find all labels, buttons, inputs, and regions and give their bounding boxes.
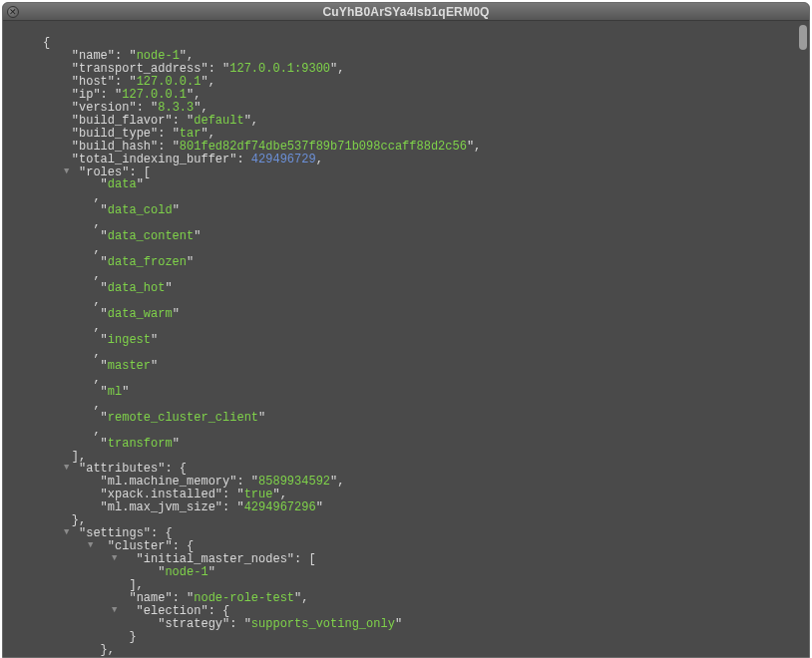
collapse-toggle-icon[interactable]: ▼ (112, 554, 117, 564)
json-line: "ingest" (43, 334, 789, 347)
json-line: "strategy": "supports_voting_only" (43, 618, 789, 631)
json-line: ▼ "roles": [ (43, 166, 789, 179)
json-line: , (43, 347, 789, 360)
collapse-toggle-icon[interactable]: ▼ (64, 528, 69, 538)
json-line: "data" (43, 178, 789, 191)
json-line: "build_flavor": "default", (43, 115, 789, 128)
json-line: "total_indexing_buffer": 429496729, (43, 154, 789, 166)
json-line: } (43, 631, 789, 644)
json-line: "data_hot" (43, 282, 789, 295)
json-line: "data_warm" (43, 308, 789, 321)
json-line: }, (43, 644, 789, 657)
json-line: "data_frozen" (43, 256, 789, 269)
json-line: "ml" (43, 386, 789, 399)
titlebar[interactable]: ✕ CuYhB0ArSYa4lsb1qERM0Q (3, 3, 809, 21)
collapse-toggle-icon[interactable]: ▼ (64, 167, 69, 177)
json-line: "ip": "127.0.0.1", (43, 89, 789, 102)
json-line: , (43, 321, 789, 334)
json-line: "node-1" (43, 566, 789, 579)
close-icon: ✕ (9, 8, 17, 17)
json-viewer-window: ✕ CuYhB0ArSYa4lsb1qERM0Q { "name": "node… (2, 2, 810, 658)
collapse-toggle-icon[interactable]: ▼ (64, 464, 69, 474)
close-button[interactable]: ✕ (7, 6, 19, 18)
json-line: "data_cold" (43, 204, 789, 217)
json-line: "ml.max_jvm_size": "4294967296" (43, 501, 789, 514)
json-line: "transform" (43, 438, 789, 451)
json-line: , (43, 373, 789, 386)
json-line: "remote_cluster_client" (43, 412, 789, 425)
json-line: "master" (43, 360, 789, 373)
collapse-toggle-icon[interactable]: ▼ (112, 606, 117, 616)
json-content[interactable]: { "name": "node-1", "transport_address":… (3, 21, 799, 657)
window-title: CuYhB0ArSYa4lsb1qERM0Q (322, 5, 489, 19)
scrollbar-thumb[interactable] (799, 25, 807, 50)
json-line: "data_content" (43, 230, 789, 243)
collapse-toggle-icon[interactable]: ▼ (88, 541, 93, 551)
json-line: ▼ "election": { (43, 605, 789, 618)
